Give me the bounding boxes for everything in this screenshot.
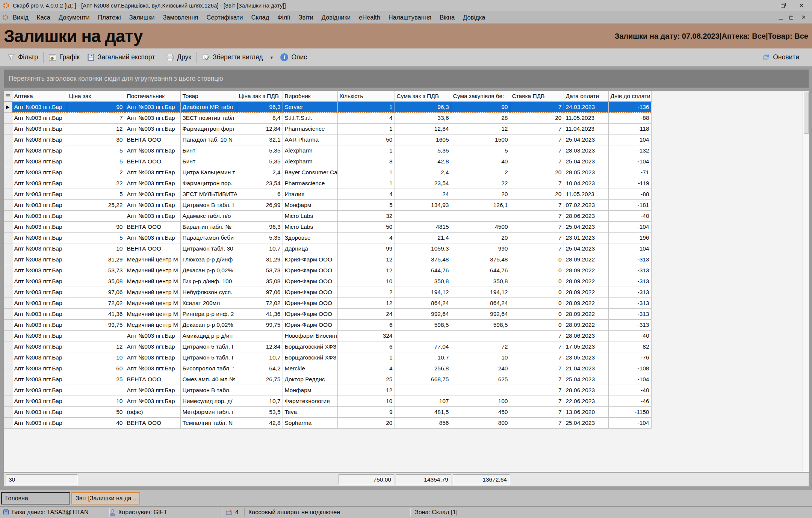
table-cell[interactable]: ВЕНТА ООО <box>125 243 180 254</box>
table-cell[interactable]: Апт №003 пгт.Бар <box>12 330 67 341</box>
table-cell[interactable] <box>395 330 451 341</box>
table-cell[interactable]: 5 <box>337 199 395 210</box>
refresh-button[interactable]: Оновити <box>758 51 803 63</box>
menu-item-nalashtuvannia[interactable]: Налаштування <box>384 13 435 22</box>
table-cell[interactable]: 99 <box>337 243 395 254</box>
table-cell[interactable]: Sopharma <box>283 417 337 428</box>
table-cell[interactable]: 4 <box>337 189 395 199</box>
table-cell[interactable]: 10 <box>67 352 125 363</box>
table-cell[interactable]: 2 <box>451 167 510 178</box>
menu-item-sklad[interactable]: Склад <box>247 13 274 22</box>
table-cell[interactable]: 12,84 <box>395 123 451 134</box>
table-cell[interactable]: Гик р-р д/инф. 100 <box>180 276 237 287</box>
table-cell[interactable]: 7 <box>510 330 564 341</box>
table-cell[interactable]: 7 <box>510 243 564 254</box>
column-header-3[interactable]: Товар <box>180 91 237 101</box>
table-cell[interactable]: 7 <box>510 210 564 221</box>
table-cell[interactable]: 7 <box>510 134 564 145</box>
table-cell[interactable]: 23,54 <box>237 178 283 189</box>
table-cell[interactable]: 0 <box>510 287 564 298</box>
table-cell[interactable]: 50 <box>337 221 395 232</box>
table-cell[interactable]: 5,35 <box>237 232 283 243</box>
table-row[interactable]: Апт №003 пгт.Бар5Апт №003 пгт.БарЗЕСТ МУ… <box>4 189 651 199</box>
table-cell[interactable]: 28.09.2022 <box>564 287 608 298</box>
table-cell[interactable]: 25,22 <box>67 199 125 210</box>
table-row[interactable]: ▶Апт №003 пгт.Бар90Апт №003 пгт.БарДиабе… <box>4 101 651 112</box>
menu-item-zalyshky[interactable]: Залишки <box>125 13 159 22</box>
table-cell[interactable]: 25.04.2023 <box>564 156 608 167</box>
table-cell[interactable]: 1605 <box>395 134 451 145</box>
menu-item-vikna[interactable]: Вікна <box>435 13 459 22</box>
table-cell[interactable]: 7 <box>510 221 564 232</box>
table-cell[interactable] <box>67 385 125 396</box>
table-cell[interactable]: 11.05.2023 <box>564 112 608 123</box>
table-cell[interactable]: 1059,3 <box>395 243 451 254</box>
table-cell[interactable]: 10,7 <box>395 352 451 363</box>
table-cell[interactable]: 9 <box>337 406 395 417</box>
table-cell[interactable]: 7 <box>510 178 564 189</box>
table-row[interactable]: Апт №003 пгт.Бар25,22Апт №003 пгт.БарЦит… <box>4 199 651 210</box>
table-row[interactable]: Апт №003 пгт.Бар72,02Медичний центр МКси… <box>4 298 651 308</box>
grid-properties-icon[interactable] <box>6 94 10 98</box>
table-cell[interactable]: Апт №003 пгт.Бар <box>125 101 180 112</box>
table-cell[interactable]: 2,4 <box>395 167 451 178</box>
table-cell[interactable]: Апт №003 пгт.Бар <box>12 199 67 210</box>
table-cell[interactable]: 28.06.2023 <box>564 210 608 221</box>
table-row[interactable]: Апт №003 пгт.Бар35,08Медичний центр МГик… <box>4 276 651 287</box>
table-cell[interactable]: -40 <box>608 330 651 341</box>
table-cell[interactable]: Апт №003 пгт.Бар <box>12 417 67 428</box>
table-cell[interactable]: -104 <box>608 156 651 167</box>
table-cell[interactable]: Апт №003 пгт.Бар <box>12 265 67 276</box>
table-cell[interactable]: 53,73 <box>67 265 125 276</box>
table-cell[interactable]: Апт №003 пгт.Бар <box>12 319 67 330</box>
table-cell[interactable] <box>67 210 125 221</box>
table-cell[interactable]: 22.06.2023 <box>564 396 608 406</box>
table-cell[interactable]: 7 <box>510 396 564 406</box>
table-cell[interactable]: Медичний центр М <box>125 254 180 265</box>
table-row[interactable]: Апт №003 пгт.Бар10Апт №003 пгт.БарНимесу… <box>4 396 651 406</box>
column-header-7[interactable]: Сума зак з ПДВ <box>395 91 451 101</box>
table-cell[interactable]: Фармацитрон пор. <box>180 178 237 189</box>
table-cell[interactable]: 21.04.2023 <box>564 363 608 374</box>
table-cell[interactable]: 0 <box>510 319 564 330</box>
table-cell[interactable]: 864,24 <box>451 298 510 308</box>
table-cell[interactable]: 20 <box>510 189 564 199</box>
table-cell[interactable]: 1 <box>337 352 395 363</box>
column-header-2[interactable]: Постачальник <box>125 91 180 101</box>
table-cell[interactable]: Цитрамон В табл. <box>180 385 237 396</box>
table-cell[interactable]: Медичний центр М <box>125 308 180 319</box>
table-cell[interactable]: 12 <box>337 254 395 265</box>
table-cell[interactable] <box>237 330 283 341</box>
table-cell[interactable]: 1500 <box>451 134 510 145</box>
table-cell[interactable] <box>395 210 451 221</box>
table-cell[interactable]: Юрия-Фарм ООО <box>283 265 337 276</box>
table-cell[interactable]: Юрия-Фарм ООО <box>283 298 337 308</box>
column-header-9[interactable]: Ставка ПДВ <box>510 91 564 101</box>
table-cell[interactable]: 25.04.2023 <box>564 221 608 232</box>
mdi-restore-button[interactable] <box>789 14 794 21</box>
table-cell[interactable]: 23.05.2023 <box>564 352 608 363</box>
table-cell[interactable]: 28.03.2023 <box>564 145 608 156</box>
table-row[interactable]: Апт №003 пгт.Бар12Апт №003 пгт.БарЦитрам… <box>4 341 651 352</box>
table-cell[interactable]: 10 <box>67 396 125 406</box>
table-row[interactable]: Апт №003 пгт.Бар22Апт №003 пгт.БарФармац… <box>4 178 651 189</box>
table-cell[interactable]: 72 <box>451 341 510 352</box>
table-cell[interactable]: -108 <box>608 363 651 374</box>
table-cell[interactable]: 72,02 <box>237 298 283 308</box>
table-cell[interactable]: Небуфлюзон сусп. <box>180 287 237 298</box>
table-cell[interactable]: Alexpharm <box>283 145 337 156</box>
table-cell[interactable]: Юрия-Фарм ООО <box>283 319 337 330</box>
table-cell[interactable]: Апт №003 пгт.Бар <box>12 156 67 167</box>
table-cell[interactable]: Апт №003 пгт.Бар <box>12 101 67 112</box>
table-cell[interactable]: 134,93 <box>395 199 451 210</box>
table-cell[interactable]: -1150 <box>608 406 651 417</box>
table-cell[interactable]: Micro Labs <box>283 210 337 221</box>
table-cell[interactable]: 6 <box>337 341 395 352</box>
table-cell[interactable]: -313 <box>608 254 651 265</box>
table-cell[interactable]: 32 <box>337 210 395 221</box>
table-cell[interactable]: 7 <box>510 385 564 396</box>
table-cell[interactable]: Фармацитрон форт <box>180 123 237 134</box>
menu-item-dokumenty[interactable]: Документи <box>54 13 94 22</box>
table-cell[interactable]: Bayer Consumer Ca <box>283 167 337 178</box>
table-cell[interactable]: 7 <box>510 232 564 243</box>
